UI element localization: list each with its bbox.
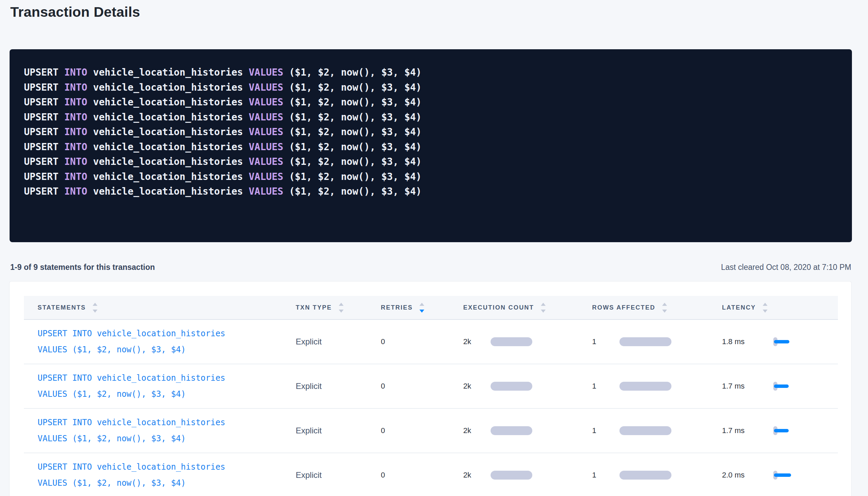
column-header-latency[interactable]: LATENCY (708, 303, 838, 313)
sql-statement-line: UPSERT INTO vehicle_location_histories V… (24, 154, 838, 169)
sql-text: ($1, $2, now(), $3, $4) (283, 156, 422, 167)
table-row: UPSERT INTO vehicle_location_historiesVA… (24, 453, 838, 496)
sql-keyword: INTO (64, 96, 87, 108)
sort-arrows-icon[interactable] (662, 303, 667, 313)
sql-keyword: INTO (64, 171, 87, 182)
execution-count-value: 2k (463, 426, 491, 435)
retries-value: 0 (381, 471, 385, 480)
sql-text: ($1, $2, now(), $3, $4) (283, 67, 422, 78)
latency-cell: 1.7 ms (708, 380, 838, 392)
txn-type-cell: Explicit (282, 381, 367, 391)
execution-count-cell: 2k (450, 426, 578, 435)
statement-cell: UPSERT INTO vehicle_location_historiesVA… (24, 326, 282, 358)
sql-keyword: VALUES (249, 126, 283, 138)
statement-cell: UPSERT INTO vehicle_location_historiesVA… (24, 459, 282, 491)
execution-count-cell: 2k (450, 382, 578, 391)
sql-text: vehicle_location_histories (87, 141, 249, 153)
latency-bar-chart (773, 469, 801, 481)
sort-arrows-icon[interactable] (339, 303, 344, 313)
execution-count-bar (491, 426, 532, 435)
sort-descending-icon (763, 310, 767, 313)
execution-count-value: 2k (463, 382, 491, 391)
statement-link-line2: VALUES ($1, $2, now(), $3, $4) (38, 389, 186, 399)
txn-type-cell: Explicit (282, 470, 367, 480)
sort-ascending-icon (763, 303, 767, 306)
latency-value: 1.7 ms (722, 426, 773, 435)
sql-keyword: VALUES (249, 141, 283, 153)
latency-value: 2.0 ms (722, 471, 773, 480)
sql-text: UPSERT (24, 82, 64, 93)
execution-count-value: 2k (463, 337, 491, 346)
transaction-sql-code-block: UPSERT INTO vehicle_location_histories V… (10, 49, 852, 242)
sql-text: vehicle_location_histories (87, 171, 249, 182)
sql-text: UPSERT (24, 171, 64, 182)
retries-value: 0 (381, 382, 385, 391)
statement-link[interactable]: UPSERT INTO vehicle_location_historiesVA… (38, 415, 225, 447)
sql-keyword: INTO (64, 186, 87, 197)
execution-count-bar (491, 337, 532, 346)
sort-ascending-icon (93, 303, 97, 306)
table-row: UPSERT INTO vehicle_location_historiesVA… (24, 409, 838, 453)
statement-link[interactable]: UPSERT INTO vehicle_location_historiesVA… (38, 459, 225, 491)
rows-affected-cell: 1 (578, 382, 708, 391)
sort-arrows-icon[interactable] (93, 303, 97, 313)
retries-cell: 0 (367, 382, 450, 391)
execution-count-cell: 2k (450, 337, 578, 346)
sql-statement-line: UPSERT INTO vehicle_location_histories V… (24, 95, 838, 110)
sort-arrows-icon[interactable] (541, 303, 546, 313)
latency-mean-bar (774, 340, 789, 343)
statement-cell: UPSERT INTO vehicle_location_historiesVA… (24, 370, 282, 402)
txn-type-cell: Explicit (282, 426, 367, 435)
column-header-txn-type[interactable]: TXN TYPE (282, 303, 367, 313)
sort-arrows-icon[interactable] (419, 303, 424, 313)
retries-value: 0 (381, 426, 385, 435)
rows-affected-cell: 1 (578, 426, 708, 435)
sql-statement-line: UPSERT INTO vehicle_location_histories V… (24, 65, 838, 80)
sql-text: ($1, $2, now(), $3, $4) (283, 126, 422, 138)
statements-table: STATEMENTS TXN TYPE RETRIES EXECUTION CO… (24, 296, 838, 496)
column-header-label: RETRIES (381, 304, 413, 311)
statement-link-line2: VALUES ($1, $2, now(), $3, $4) (38, 434, 186, 443)
rows-affected-value: 1 (592, 382, 619, 391)
sql-statement-line: UPSERT INTO vehicle_location_histories V… (24, 169, 838, 184)
sql-keyword: VALUES (249, 186, 283, 197)
txn-type-value: Explicit (296, 470, 322, 480)
sql-keyword: VALUES (249, 67, 283, 78)
statement-link[interactable]: UPSERT INTO vehicle_location_historiesVA… (38, 370, 225, 402)
column-header-statements[interactable]: STATEMENTS (24, 303, 282, 313)
sort-descending-icon (339, 310, 344, 313)
sql-text: ($1, $2, now(), $3, $4) (283, 186, 422, 197)
sql-keyword: INTO (64, 67, 87, 78)
sql-keyword: VALUES (249, 171, 283, 182)
sql-text: vehicle_location_histories (87, 156, 249, 167)
rows-affected-bar (619, 426, 671, 435)
txn-type-value: Explicit (296, 381, 322, 391)
sql-text: UPSERT (24, 141, 64, 153)
latency-bar-chart (773, 425, 801, 436)
sql-text: vehicle_location_histories (87, 186, 249, 197)
execution-count-bar (491, 471, 532, 480)
column-header-retries[interactable]: RETRIES (367, 303, 450, 313)
sql-keyword: INTO (64, 82, 87, 93)
sql-text: UPSERT (24, 96, 64, 108)
latency-cell: 2.0 ms (708, 469, 838, 481)
sql-keyword: INTO (64, 156, 87, 167)
sql-statement-line: UPSERT INTO vehicle_location_histories V… (24, 80, 838, 95)
txn-type-cell: Explicit (282, 337, 367, 347)
column-header-label: EXECUTION COUNT (463, 304, 534, 311)
column-header-label: STATEMENTS (38, 304, 86, 311)
latency-value: 1.7 ms (722, 382, 773, 391)
column-header-execution-count[interactable]: EXECUTION COUNT (450, 303, 578, 313)
sql-keyword: INTO (64, 141, 87, 153)
rows-affected-bar (619, 337, 671, 346)
sql-text: ($1, $2, now(), $3, $4) (283, 171, 422, 182)
table-caption-row: 1-9 of 9 statements for this transaction… (10, 263, 851, 272)
table-row: UPSERT INTO vehicle_location_historiesVA… (24, 320, 838, 364)
latency-cell: 1.7 ms (708, 425, 838, 436)
column-header-rows-affected[interactable]: ROWS AFFECTED (578, 303, 708, 313)
rows-affected-cell: 1 (578, 337, 708, 346)
sql-text: ($1, $2, now(), $3, $4) (283, 96, 422, 108)
sort-arrows-icon[interactable] (763, 303, 767, 313)
retries-cell: 0 (367, 337, 450, 346)
statement-link[interactable]: UPSERT INTO vehicle_location_historiesVA… (38, 326, 225, 358)
